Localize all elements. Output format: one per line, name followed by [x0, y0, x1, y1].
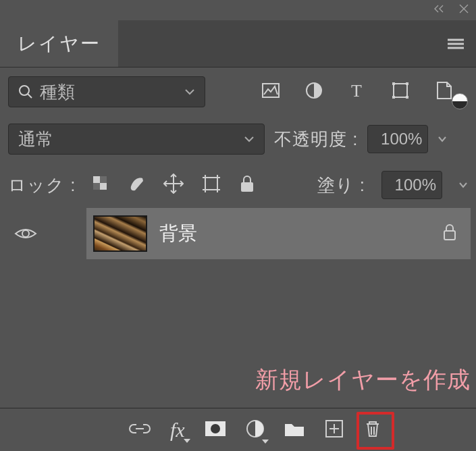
- svg-rect-15: [100, 176, 107, 183]
- fill-value: 100%: [395, 176, 436, 194]
- filter-shape-icon[interactable]: [391, 81, 410, 103]
- adjustment-layer-icon[interactable]: [246, 419, 265, 441]
- filter-adjustment-icon[interactable]: [305, 82, 323, 102]
- tab-label: レイヤー: [18, 31, 101, 57]
- chevron-down-icon: [184, 88, 195, 95]
- layer-thumbnail[interactable]: [93, 215, 147, 252]
- visibility-toggle[interactable]: [5, 208, 46, 259]
- layer-style-icon[interactable]: fx: [170, 419, 185, 442]
- blend-label: 通常: [18, 128, 53, 151]
- lock-icon[interactable]: [442, 223, 457, 244]
- svg-rect-13: [93, 176, 100, 183]
- opacity-value: 100%: [381, 130, 422, 149]
- blend-row: 通常 不透明度 : 100%: [0, 116, 476, 162]
- filter-pixel-icon[interactable]: [261, 82, 280, 101]
- filter-icon-row: T: [215, 81, 468, 103]
- search-icon: [18, 84, 33, 99]
- new-layer-icon[interactable]: [324, 419, 344, 442]
- layer-row[interactable]: 背景: [5, 208, 471, 259]
- fill-input[interactable]: 100%: [381, 171, 442, 199]
- chevron-down-icon[interactable]: [458, 182, 468, 188]
- svg-rect-12: [406, 96, 408, 99]
- lock-row: ロック : 塗り : 100%: [0, 162, 476, 208]
- lock-label: ロック :: [8, 174, 76, 197]
- panel-menu-button[interactable]: [435, 20, 476, 67]
- annotation-label: 新規レイヤーを作成: [255, 365, 471, 396]
- fx-label: fx: [170, 419, 185, 441]
- delete-layer-icon[interactable]: [363, 419, 382, 442]
- svg-rect-24: [241, 182, 253, 192]
- filter-label: 種類: [40, 80, 75, 104]
- filter-toggle-switch[interactable]: [452, 93, 468, 109]
- group-icon[interactable]: [284, 420, 305, 440]
- tab-layers[interactable]: レイヤー: [0, 20, 118, 67]
- layer-mask-icon[interactable]: [204, 420, 227, 440]
- svg-rect-16: [93, 183, 100, 190]
- svg-rect-26: [444, 231, 455, 240]
- svg-rect-8: [394, 84, 407, 97]
- bottom-toolbar: fx: [0, 408, 476, 451]
- lock-artboard-icon[interactable]: [201, 174, 221, 196]
- svg-rect-11: [392, 96, 395, 99]
- layers-list: 背景: [0, 208, 476, 259]
- blend-mode-dropdown[interactable]: 通常: [8, 124, 265, 155]
- lock-position-icon[interactable]: [163, 174, 184, 196]
- filter-smartobject-icon[interactable]: [435, 81, 452, 103]
- filter-row: 種類 T: [0, 68, 476, 116]
- layer-filter-dropdown[interactable]: 種類: [8, 76, 205, 107]
- close-icon[interactable]: [458, 3, 469, 17]
- collapse-icon[interactable]: [433, 4, 446, 16]
- lock-image-icon[interactable]: [127, 174, 146, 196]
- svg-rect-10: [406, 82, 408, 85]
- opacity-input[interactable]: 100%: [367, 125, 428, 153]
- svg-point-25: [22, 230, 29, 237]
- svg-rect-19: [205, 178, 217, 190]
- dropdown-triangle-icon: [262, 440, 269, 444]
- svg-text:T: T: [352, 82, 363, 99]
- svg-rect-9: [392, 82, 395, 85]
- link-layers-icon[interactable]: [128, 422, 151, 438]
- svg-rect-14: [100, 183, 107, 190]
- tab-spacer: [118, 20, 435, 67]
- chevron-down-icon: [244, 136, 255, 142]
- dropdown-triangle-icon: [184, 439, 190, 443]
- svg-point-28: [211, 424, 220, 433]
- lock-transparent-icon[interactable]: [92, 175, 109, 195]
- lock-all-icon[interactable]: [239, 174, 255, 196]
- layer-name: 背景: [159, 221, 430, 246]
- opacity-label: 不透明度 :: [274, 128, 358, 151]
- lock-icons: [92, 174, 255, 196]
- tab-strip: レイヤー: [0, 20, 476, 68]
- chevron-down-icon[interactable]: [438, 136, 447, 142]
- fill-label: 塗り :: [317, 174, 365, 197]
- panel-titlebar: [0, 0, 476, 20]
- filter-type-icon[interactable]: T: [348, 82, 365, 102]
- layer-item[interactable]: 背景: [86, 208, 471, 259]
- svg-point-3: [20, 86, 29, 95]
- svg-line-4: [28, 94, 32, 98]
